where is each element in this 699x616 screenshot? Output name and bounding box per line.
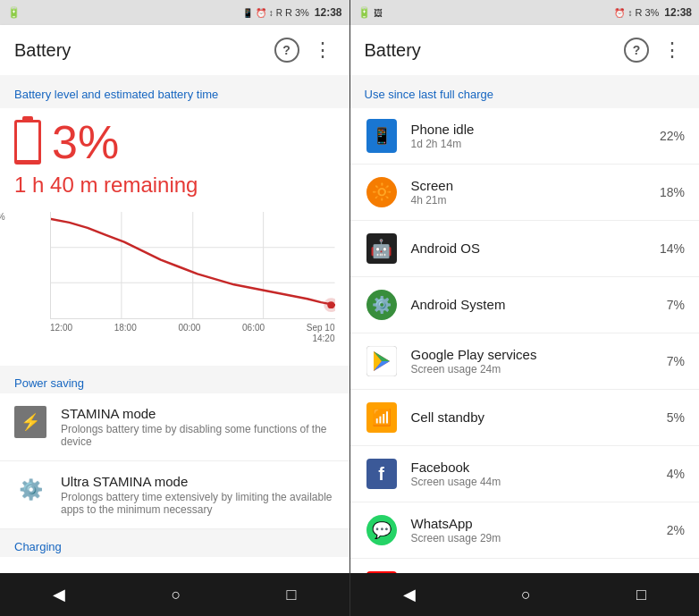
back-button-right[interactable]: ◀ xyxy=(385,578,434,612)
more-menu-left[interactable]: ⋮ xyxy=(310,38,335,63)
app-item-screen[interactable]: 🔆 Screen 4h 21m 18% xyxy=(350,165,700,221)
page-title-left: Battery xyxy=(14,40,274,61)
status-time: 12:38 xyxy=(315,6,342,19)
app-percent-google-play: 7% xyxy=(667,354,685,368)
battery-remaining: 1 h 40 m remaining xyxy=(0,173,350,205)
sim-icon: 📱 xyxy=(242,8,253,18)
home-button-left[interactable]: ○ xyxy=(153,578,198,612)
right-content: Use since last full charge 📱 Phone idle … xyxy=(350,75,700,573)
home-button-right[interactable]: ○ xyxy=(503,578,549,612)
app-item-android-os[interactable]: 🤖 Android OS 14% xyxy=(350,221,700,277)
recent-button-left[interactable]: □ xyxy=(269,578,315,612)
battery-status-icon: 🔋 xyxy=(7,6,21,19)
battery-percent-status: R 3% xyxy=(285,7,309,18)
phone-idle-icon: 📱 xyxy=(365,119,399,153)
android-system-icon: ⚙️ xyxy=(365,288,399,322)
power-saving-label: Power saving xyxy=(0,366,350,393)
help-button-left[interactable]: ? xyxy=(274,38,299,63)
whatsapp-icon: 💬 xyxy=(365,513,399,547)
usage-section-label: Use since last full charge xyxy=(350,75,700,108)
status-time-right: 12:38 xyxy=(664,6,692,19)
stamina-title: STAMINA mode xyxy=(61,406,335,421)
app-item-cell-standby[interactable]: 📶 Cell standby 5% xyxy=(350,390,700,446)
battery-status-icon-right: 🔋 xyxy=(358,6,371,19)
recent-button-right[interactable]: □ xyxy=(619,578,664,612)
left-content: Battery level and estimated battery time… xyxy=(0,75,350,573)
app-percent-android-os: 14% xyxy=(660,241,685,256)
alarm-icon-right: ⏰ xyxy=(614,8,625,18)
app-name-cell-standby: Cell standby xyxy=(411,409,654,425)
battery-display: 3% xyxy=(0,108,350,173)
app-name-facebook: Facebook xyxy=(411,460,654,475)
nav-bar-left: ◀ ○ □ xyxy=(0,573,350,616)
app-sub-whatsapp: Screen usage 29m xyxy=(411,532,654,544)
signal-bars: R xyxy=(276,8,282,18)
battery-care-item[interactable]: Battery Care xyxy=(0,557,350,573)
nav-bar-right: ◀ ○ □ xyxy=(350,573,700,616)
ultra-stamina-item[interactable]: ⚙️ Ultra STAMINA mode Prolongs battery t… xyxy=(0,461,350,529)
app-item-facebook[interactable]: f Facebook Screen usage 44m 4% xyxy=(350,446,700,502)
top-bar-left: Battery ? ⋮ xyxy=(0,25,350,75)
battery-percentage: 3% xyxy=(52,115,119,169)
google-play-icon xyxy=(365,344,399,378)
app-name-google-play: Google Play services xyxy=(411,347,654,362)
app-sub-screen: 4h 21m xyxy=(411,194,647,207)
app-item-google-play[interactable]: Google Play services Screen usage 24m 7% xyxy=(350,333,700,390)
page-title-right: Battery xyxy=(365,40,625,61)
charging-label: Charging xyxy=(0,529,350,557)
app-item-android-system[interactable]: ⚙️ Android System 7% xyxy=(350,277,700,333)
gallery-icon: 🖼 xyxy=(374,8,383,18)
status-bar-left: 🔋 📱 ⏰ ↕ R R 3% 12:38 xyxy=(0,0,350,25)
app-item-phone-idle[interactable]: 📱 Phone idle 1d 2h 14m 22% xyxy=(350,108,700,165)
app-name-android-os: Android OS xyxy=(411,240,647,256)
cell-standby-icon: 📶 xyxy=(365,401,399,435)
app-percent-android-system: 7% xyxy=(667,298,685,312)
alarm-icon: ⏰ xyxy=(256,8,266,18)
app-name-phone-idle: Phone idle xyxy=(411,122,647,137)
stamina-sub: Prolongs battery time by disabling some … xyxy=(61,423,335,448)
app-sub-facebook: Screen usage 44m xyxy=(411,476,654,488)
signal-text-right: R 3% xyxy=(635,7,659,18)
app-percent-screen: 18% xyxy=(660,185,685,199)
svg-point-6 xyxy=(327,301,334,308)
ultra-stamina-icon: ⚙️ xyxy=(14,474,46,506)
more-menu-right[interactable]: ⋮ xyxy=(660,38,685,63)
back-button-left[interactable]: ◀ xyxy=(35,578,83,612)
app-name-android-system: Android System xyxy=(411,297,654,312)
android-os-icon: 🤖 xyxy=(365,232,399,266)
ultra-stamina-title: Ultra STAMINA mode xyxy=(61,474,335,489)
battery-section-label: Battery level and estimated battery time xyxy=(0,75,350,108)
stamina-icon: ⚡ xyxy=(14,406,46,438)
top-bar-right: Battery ? ⋮ xyxy=(350,25,700,75)
app-percent-facebook: 4% xyxy=(667,467,685,481)
app-item-whatsapp[interactable]: 💬 WhatsApp Screen usage 29m 2% xyxy=(350,502,700,559)
signal-up-icon: ↕ xyxy=(269,8,274,18)
app-percent-cell-standby: 5% xyxy=(667,410,685,425)
app-percent-phone-idle: 22% xyxy=(660,129,685,143)
ultra-stamina-sub: Prolongs battery time extensively by lim… xyxy=(61,491,335,516)
app-name-whatsapp: WhatsApp xyxy=(411,516,654,531)
screen-icon: 🔆 xyxy=(365,175,399,209)
help-button-right[interactable]: ? xyxy=(624,38,649,63)
app-sub-google-play: Screen usage 24m xyxy=(411,363,654,376)
right-panel: 🔋 🖼 ⏰ ↕ R 3% 12:38 Battery ? ⋮ Use since… xyxy=(350,0,700,616)
left-panel: 🔋 📱 ⏰ ↕ R R 3% 12:38 Battery ? ⋮ Battery… xyxy=(0,0,350,616)
stamina-item[interactable]: ⚡ STAMINA mode Prolongs battery time by … xyxy=(0,393,350,461)
app-name-screen: Screen xyxy=(411,178,647,193)
status-bar-right: 🔋 🖼 ⏰ ↕ R 3% 12:38 xyxy=(350,0,700,25)
battery-chart: 100% 50% 0% xyxy=(14,212,335,344)
app-percent-whatsapp: 2% xyxy=(667,523,685,537)
app-item-youtube[interactable]: ▶ YouTube Screen usage 22m 2% xyxy=(350,559,700,573)
signal-icon-right: ↕ xyxy=(627,8,632,18)
facebook-icon: f xyxy=(365,457,399,491)
battery-icon-large xyxy=(14,120,41,165)
app-sub-phone-idle: 1d 2h 14m xyxy=(411,138,647,150)
